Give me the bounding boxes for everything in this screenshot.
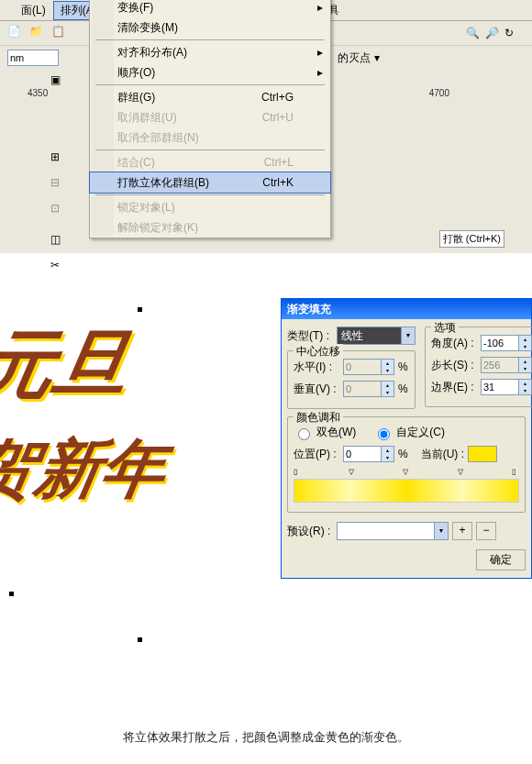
two-color-radio[interactable] bbox=[298, 428, 310, 440]
dropdown-icon[interactable]: ▾ bbox=[374, 51, 380, 64]
menu-group[interactable]: 群组(G)Ctrl+G bbox=[90, 87, 330, 107]
preset-select[interactable]: ▾ bbox=[337, 522, 449, 540]
break-icon[interactable]: ✂ bbox=[50, 259, 69, 277]
pos-label: 位置(P) : bbox=[294, 447, 339, 462]
gradient-fill-dialog: 渐变填充 类型(T) : 线性▾ 中心位移 水平(I) :▴▾% 垂直(V) :… bbox=[281, 298, 532, 579]
gradient-stop-icon[interactable]: ▽ bbox=[458, 468, 465, 475]
menu-align[interactable]: 对齐和分布(A)▸ bbox=[90, 42, 330, 62]
ruler-mark: 4350 bbox=[28, 88, 48, 98]
separator bbox=[95, 149, 325, 150]
refresh-icon[interactable]: ↻ bbox=[504, 27, 514, 39]
separator bbox=[95, 84, 325, 85]
menu-combine[interactable]: 结合(C)Ctrl+L bbox=[90, 152, 330, 172]
ruler-mark: 4700 bbox=[429, 88, 449, 98]
menu-ungroup[interactable]: 取消群组(U)Ctrl+U bbox=[90, 107, 330, 127]
add-preset-button[interactable]: + bbox=[452, 522, 472, 540]
h-spinner[interactable]: ▴▾ bbox=[343, 359, 394, 375]
canvas-artwork[interactable]: 元旦 贺新年 bbox=[0, 316, 275, 610]
menu-clear-transform[interactable]: 清除变换(M) bbox=[90, 17, 330, 38]
unit-input[interactable] bbox=[7, 50, 59, 66]
left-tool-strip: ▣ ⊞ ⊟ ⊡ ◫ ✂ 🔒 bbox=[46, 70, 73, 284]
separator bbox=[95, 39, 325, 40]
pos-spinner[interactable]: ▴▾ bbox=[343, 446, 394, 462]
open-icon[interactable]: 📁 bbox=[29, 25, 46, 41]
edge-spinner[interactable]: ▴▾ bbox=[481, 379, 532, 395]
step-label: 步长(S) : bbox=[431, 358, 477, 373]
crop-icon[interactable]: ▣ bbox=[50, 73, 69, 92]
dialog-title: 渐变填充 bbox=[282, 299, 531, 319]
menu-break-apart[interactable]: 打散立体化群组(B)Ctrl+K bbox=[89, 172, 331, 194]
arrange-dropdown: 变换(F)▸ 清除变换(M) 对齐和分布(A)▸ 顺序(O)▸ 群组(G)Ctr… bbox=[89, 0, 331, 238]
menu-order[interactable]: 顺序(O)▸ bbox=[90, 62, 330, 83]
submenu-arrow-icon: ▸ bbox=[317, 1, 323, 14]
center-group-label: 中心位移 bbox=[294, 344, 343, 360]
group-icon[interactable]: ⊞ bbox=[50, 150, 69, 169]
combine-icon[interactable]: ◫ bbox=[50, 233, 69, 251]
selection-handle[interactable] bbox=[9, 592, 14, 596]
gradient-stop-icon[interactable]: ▯ bbox=[512, 468, 519, 475]
selection-handle[interactable] bbox=[138, 637, 142, 642]
step-spinner[interactable]: ▴▾ bbox=[481, 357, 532, 373]
separator bbox=[95, 194, 325, 195]
gradient-preview[interactable] bbox=[294, 479, 519, 503]
caption-text: 将立体效果打散之后，把颜色调整成金黄色的渐变色。 bbox=[0, 702, 532, 764]
gradient-stops[interactable]: ▯ ▽ ▽ ▽ ▯ bbox=[294, 468, 519, 475]
zoom-out-icon[interactable]: 🔎 bbox=[485, 27, 499, 39]
ok-button[interactable]: 确定 bbox=[476, 549, 526, 570]
tooltip: 打散 (Ctrl+K) bbox=[439, 230, 504, 248]
menu-ungroup-all[interactable]: 取消全部群组(N) bbox=[90, 127, 330, 148]
v-spinner[interactable]: ▴▾ bbox=[343, 381, 394, 397]
submenu-arrow-icon: ▸ bbox=[317, 66, 323, 79]
submenu-arrow-icon: ▸ bbox=[317, 46, 323, 59]
color-blend-label: 颜色调和 bbox=[294, 410, 343, 426]
ungroup-icon[interactable]: ⊟ bbox=[50, 176, 69, 194]
options-group-label: 选项 bbox=[431, 320, 459, 336]
vanish-point-label: 的灭点 bbox=[338, 50, 371, 66]
copy-icon[interactable]: 📋 bbox=[51, 25, 68, 41]
menu-unlock[interactable]: 解除锁定对象(K) bbox=[90, 217, 330, 238]
preset-label: 预设(R) : bbox=[287, 524, 333, 539]
v-label: 垂直(V) : bbox=[294, 382, 339, 397]
menu-lock[interactable]: 锁定对象(L) bbox=[90, 197, 330, 217]
angle-label: 角度(A) : bbox=[431, 336, 477, 351]
angle-spinner[interactable]: ▴▾ bbox=[481, 335, 532, 351]
gradient-stop-icon[interactable]: ▽ bbox=[403, 468, 410, 475]
remove-preset-button[interactable]: − bbox=[476, 522, 496, 540]
current-label: 当前(U) : bbox=[421, 447, 464, 462]
menu-item[interactable]: 面(L) bbox=[14, 1, 53, 20]
edge-label: 边界(E) : bbox=[431, 380, 477, 395]
custom-radio[interactable] bbox=[378, 428, 390, 440]
zoom-in-icon[interactable]: 🔍 bbox=[466, 27, 480, 39]
selection-handle[interactable] bbox=[138, 307, 142, 312]
ungroup-all-icon[interactable]: ⊡ bbox=[50, 202, 69, 220]
new-icon[interactable]: 📄 bbox=[7, 25, 24, 41]
current-color-swatch[interactable] bbox=[468, 446, 497, 462]
gradient-stop-icon[interactable]: ▯ bbox=[294, 468, 301, 475]
type-select[interactable]: 线性▾ bbox=[337, 327, 416, 345]
h-label: 水平(I) : bbox=[294, 360, 339, 375]
menu-transform[interactable]: 变换(F)▸ bbox=[90, 0, 330, 17]
gradient-stop-icon[interactable]: ▽ bbox=[349, 468, 356, 475]
type-label: 类型(T) : bbox=[287, 328, 333, 344]
